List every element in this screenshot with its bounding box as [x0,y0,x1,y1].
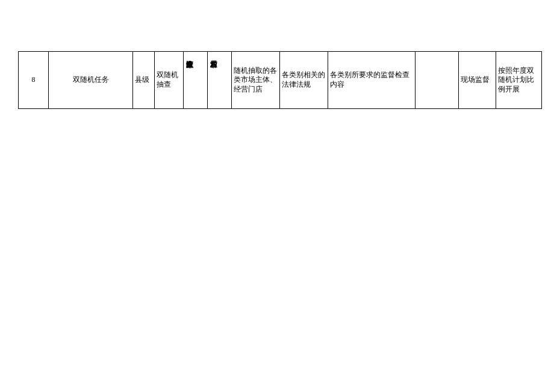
cell-plan: 按照年度双随机计划比例开展 [496,52,542,109]
cell-level: 县级 [133,52,155,109]
cell-laws: 各类别相关的法律法规 [280,52,328,109]
cell-number: 8 [19,52,49,109]
cell-dept2: 漠河市农业农村局 [208,52,232,109]
cell-task: 双随机任务 [49,52,133,109]
cell-type: 现场监督 [459,52,496,109]
cell-empty [416,52,459,109]
cell-subject: 随机抽取的各类市场主体、经营门店 [232,52,280,109]
data-table: 8 双随机任务 县级 双随机抽查 漠河市农业综合执法大队 漠河市农业农村局 随机… [18,51,542,109]
cell-method: 双随机抽查 [155,52,184,109]
table-row: 8 双随机任务 县级 双随机抽查 漠河市农业综合执法大队 漠河市农业农村局 随机… [19,52,542,109]
cell-content: 各类别所要求的监督检查内容 [328,52,416,109]
cell-dept1: 漠河市农业综合执法大队 [184,52,208,109]
document-table: 8 双随机任务 县级 双随机抽查 漠河市农业综合执法大队 漠河市农业农村局 随机… [18,51,542,109]
